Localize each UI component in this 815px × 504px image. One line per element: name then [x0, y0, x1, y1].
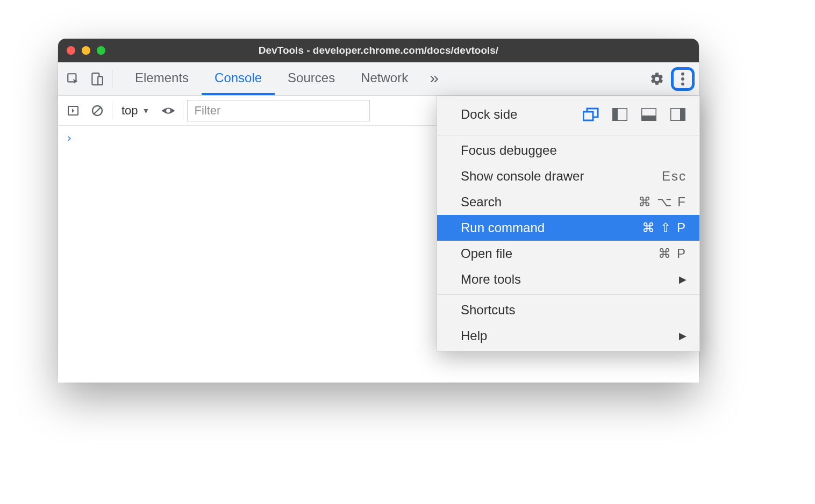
- menu-run-command[interactable]: Run command ⌘ ⇧ P: [437, 215, 699, 241]
- main-toolbar: Elements Console Sources Network »: [58, 62, 699, 96]
- svg-line-8: [94, 107, 101, 114]
- options-menu: Dock side: [437, 96, 700, 351]
- dock-bottom-icon[interactable]: [640, 107, 657, 122]
- maximize-window-button[interactable]: [97, 46, 105, 55]
- tab-sources[interactable]: Sources: [275, 62, 348, 95]
- svg-point-5: [681, 82, 684, 85]
- svg-rect-2: [98, 76, 103, 84]
- dock-left-icon[interactable]: [611, 107, 628, 122]
- menu-open-file[interactable]: Open file ⌘ P: [437, 241, 699, 267]
- live-expression-icon[interactable]: [158, 100, 179, 121]
- svg-rect-13: [641, 116, 656, 121]
- titlebar: DevTools - developer.chrome.com/docs/dev…: [58, 39, 699, 62]
- more-options-button[interactable]: [671, 67, 695, 91]
- filter-input[interactable]: [187, 100, 370, 121]
- minimize-window-button[interactable]: [82, 46, 90, 55]
- context-selector[interactable]: top ▼: [116, 104, 155, 118]
- dock-side-row: Dock side: [437, 98, 699, 133]
- menu-focus-debuggee[interactable]: Focus debuggee: [437, 138, 699, 163]
- separator: [112, 103, 112, 119]
- svg-point-4: [681, 77, 684, 81]
- tab-elements[interactable]: Elements: [122, 62, 202, 95]
- dock-side-label: Dock side: [461, 107, 571, 122]
- inspect-element-icon[interactable]: [61, 67, 85, 91]
- more-tabs-button[interactable]: »: [421, 62, 447, 95]
- menu-more-tools[interactable]: More tools ▶: [437, 267, 699, 292]
- menu-help[interactable]: Help ▶: [437, 323, 699, 349]
- toggle-sidebar-icon[interactable]: [62, 100, 84, 121]
- dropdown-triangle-icon: ▼: [142, 106, 150, 115]
- dock-right-icon[interactable]: [669, 107, 687, 122]
- settings-button[interactable]: [645, 67, 669, 91]
- svg-rect-11: [612, 108, 618, 121]
- separator: [183, 103, 183, 119]
- dock-undock-icon[interactable]: [582, 107, 599, 122]
- context-label: top: [121, 104, 138, 118]
- menu-show-console-drawer[interactable]: Show console drawer Esc: [437, 163, 699, 189]
- submenu-arrow-icon: ▶: [679, 330, 687, 342]
- device-toggle-icon[interactable]: [85, 67, 109, 91]
- separator: [112, 70, 112, 88]
- window-title: DevTools - developer.chrome.com/docs/dev…: [58, 45, 699, 56]
- tab-console[interactable]: Console: [202, 62, 275, 95]
- tab-list: Elements Console Sources Network »: [122, 62, 447, 95]
- svg-rect-9: [583, 112, 593, 120]
- svg-rect-15: [680, 108, 685, 121]
- tab-network[interactable]: Network: [348, 62, 421, 95]
- clear-console-icon[interactable]: [87, 100, 108, 121]
- menu-shortcuts[interactable]: Shortcuts: [437, 297, 699, 323]
- menu-search[interactable]: Search ⌘ ⌥ F: [437, 189, 699, 215]
- submenu-arrow-icon: ▶: [679, 273, 687, 285]
- svg-point-3: [681, 72, 684, 75]
- close-window-button[interactable]: [67, 46, 75, 55]
